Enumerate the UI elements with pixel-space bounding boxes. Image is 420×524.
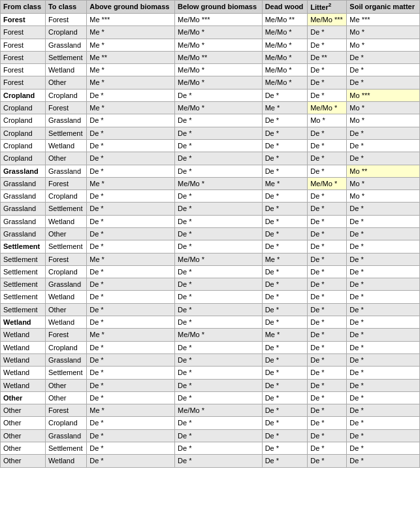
som-cell: De * — [347, 353, 420, 366]
som-cell: Mo *** — [347, 89, 420, 101]
deadwood-cell: De * — [262, 341, 308, 353]
to-class-cell: Grassland — [45, 278, 86, 291]
bgb-cell: De * — [175, 353, 263, 366]
bgb-cell: Me/Mo * — [175, 329, 263, 341]
from-class-cell: Cropland — [1, 139, 46, 152]
from-class-cell: Grassland — [1, 165, 46, 177]
bgb-cell: Me/Mo * — [175, 39, 263, 51]
som-cell: De * — [347, 455, 420, 467]
som-cell: De * — [347, 379, 420, 391]
table-row: ForestGrasslandMe *Me/Mo *Me/Mo *De *Mo … — [1, 39, 420, 51]
som-cell: De * — [347, 240, 420, 253]
table-row: OtherWetlandDe *De *De *De *De * — [1, 455, 420, 467]
from-class-cell: Settlement — [1, 253, 46, 265]
header-agb: Above ground biomass — [87, 1, 175, 14]
agb-cell: Me * — [87, 76, 175, 89]
table-row: SettlementSettlementDe *De *De *De *De * — [1, 240, 420, 253]
agb-cell: De * — [87, 114, 175, 127]
som-cell: De * — [347, 367, 420, 379]
table-row: ForestForestMe ***Me/Mo ***Me/Mo **Me/Mo… — [1, 13, 420, 25]
from-class-cell: Forest — [1, 26, 46, 39]
from-class-cell: Settlement — [1, 265, 46, 278]
deadwood-cell: De * — [262, 278, 308, 291]
litter-cell: De * — [308, 367, 347, 379]
litter-cell: De * — [308, 404, 347, 417]
deadwood-cell: De * — [262, 391, 308, 404]
deadwood-cell: De * — [262, 215, 308, 227]
som-cell: Mo * — [347, 39, 420, 51]
from-class-cell: Other — [1, 391, 46, 404]
deadwood-cell: Me/Mo * — [262, 51, 308, 63]
som-cell: Mo * — [347, 26, 420, 39]
from-class-cell: Wetland — [1, 367, 46, 379]
table-row: CroplandGrasslandDe *De *De *Mo *Mo * — [1, 114, 420, 127]
litter-cell: De * — [308, 442, 347, 455]
agb-cell: De * — [87, 341, 175, 353]
deadwood-cell: Me * — [262, 329, 308, 341]
table-row: ForestCroplandMe *Me/Mo *Me/Mo *De *Mo * — [1, 26, 420, 39]
deadwood-cell: De * — [262, 367, 308, 379]
agb-cell: De * — [87, 265, 175, 278]
to-class-cell: Forest — [45, 13, 86, 25]
table-row: GrasslandGrasslandDe *De *De *De *Mo ** — [1, 165, 420, 177]
table-row: CroplandOtherDe *De *De *De *De * — [1, 152, 420, 165]
agb-cell: De * — [87, 152, 175, 165]
bgb-cell: De * — [175, 379, 263, 391]
litter-cell: De * — [308, 26, 347, 39]
table-row: ForestWetlandMe *Me/Mo *Me/Mo *De *De * — [1, 64, 420, 76]
deadwood-cell: Me/Mo * — [262, 76, 308, 89]
bgb-cell: De * — [175, 228, 263, 240]
bgb-cell: De * — [175, 215, 263, 227]
from-class-cell: Grassland — [1, 177, 46, 189]
from-class-cell: Forest — [1, 64, 46, 76]
to-class-cell: Cropland — [45, 89, 86, 101]
from-class-cell: Forest — [1, 39, 46, 51]
agb-cell: Me *** — [87, 13, 175, 25]
deadwood-cell: Me * — [262, 102, 308, 114]
from-class-cell: Grassland — [1, 228, 46, 240]
litter-cell: Me/Mo * — [308, 102, 347, 114]
to-class-cell: Cropland — [45, 417, 86, 429]
litter-cell: De * — [308, 190, 347, 203]
bgb-cell: De * — [175, 240, 263, 253]
from-class-cell: Cropland — [1, 89, 46, 101]
som-cell: Mo * — [347, 177, 420, 189]
bgb-cell: De * — [175, 455, 263, 467]
bgb-cell: De * — [175, 139, 263, 152]
litter-cell: De * — [308, 417, 347, 429]
table-row: SettlementWetlandDe *De *De *De *De * — [1, 291, 420, 303]
to-class-cell: Forest — [45, 253, 86, 265]
agb-cell: Me * — [87, 253, 175, 265]
table-row: OtherForestMe *Me/Mo *De *De *De * — [1, 404, 420, 417]
to-class-cell: Wetland — [45, 215, 86, 227]
deadwood-cell: De * — [262, 139, 308, 152]
agb-cell: Me * — [87, 404, 175, 417]
litter-cell: De * — [308, 316, 347, 329]
bgb-cell: De * — [175, 291, 263, 303]
agb-cell: De * — [87, 442, 175, 455]
bgb-cell: De * — [175, 152, 263, 165]
to-class-cell: Wetland — [45, 291, 86, 303]
to-class-cell: Settlement — [45, 240, 86, 253]
to-class-cell: Other — [45, 391, 86, 404]
som-cell: Me *** — [347, 13, 420, 25]
agb-cell: De * — [87, 240, 175, 253]
litter-cell: De * — [308, 127, 347, 139]
litter-cell: De * — [308, 152, 347, 165]
som-cell: De * — [347, 64, 420, 76]
litter-cell: De * — [308, 139, 347, 152]
deadwood-cell: De * — [262, 89, 308, 101]
som-cell: De * — [347, 139, 420, 152]
som-cell: De * — [347, 429, 420, 442]
to-class-cell: Wetland — [45, 455, 86, 467]
litter-cell: De * — [308, 379, 347, 391]
bgb-cell: De * — [175, 89, 263, 101]
som-cell: De * — [347, 228, 420, 240]
table-row: SettlementCroplandDe *De *De *De *De * — [1, 265, 420, 278]
agb-cell: De * — [87, 165, 175, 177]
bgb-cell: De * — [175, 316, 263, 329]
from-class-cell: Other — [1, 442, 46, 455]
table-row: ForestOtherMe *Me/Mo *Me/Mo *De *De * — [1, 76, 420, 89]
table-row: SettlementForestMe *Me/Mo *Me *De *De * — [1, 253, 420, 265]
bgb-cell: De * — [175, 203, 263, 215]
